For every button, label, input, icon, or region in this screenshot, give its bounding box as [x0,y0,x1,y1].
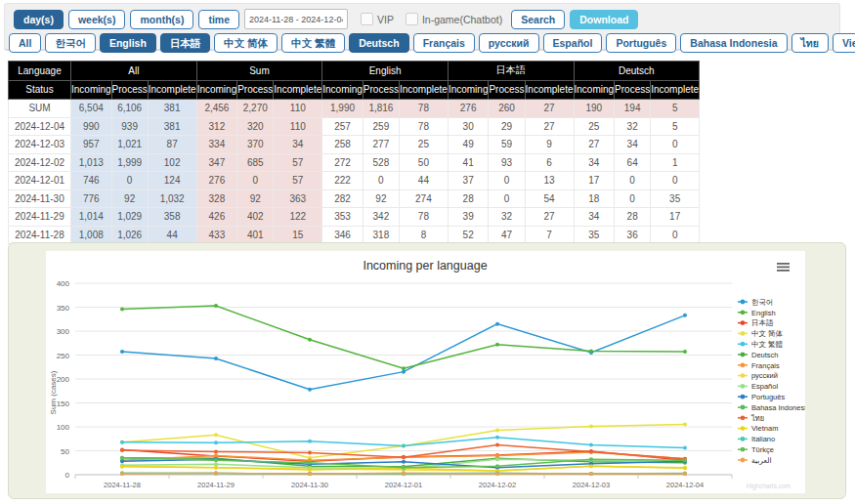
legend-item-中文 简体[interactable]: 中文 简体 [738,329,784,338]
series-point [495,453,499,457]
checkbox-group: VIPIn-game(Chatbot) [353,13,506,25]
series-point [214,441,218,444]
checkbox-ingamechatbot[interactable]: In-game(Chatbot) [406,13,502,25]
period-button-months[interactable]: month(s) [130,10,193,29]
series-point [308,461,312,465]
table-cell: 39 [448,208,489,227]
legend-item-Türkçe[interactable]: Türkçe [738,445,774,454]
language-filter-中文-简体[interactable]: 中文 简体 [214,33,278,53]
legend-item-日本語[interactable]: 日本語 [738,318,774,327]
y-axis-title: Sum (cases) [49,370,58,414]
chart-title: Incoming per language [363,259,487,273]
row-label: 2024-12-04 [9,117,71,136]
table-cell: 44 [399,172,448,190]
legend-label: 한국어 [751,298,774,307]
legend-item-Français[interactable]: Français [738,361,780,370]
table-cell: 274 [399,189,448,208]
checkbox-box[interactable] [361,13,373,25]
table-sub-header: Incoming [448,80,489,100]
language-filter-français[interactable]: Français [413,33,475,53]
date-range-input[interactable] [244,9,348,29]
legend-item-Bahasa Indonesia[interactable]: Bahasa Indonesia [738,403,805,412]
series-point [495,322,499,326]
language-filter-all[interactable]: All [9,33,41,53]
table-cell: 0 [363,172,399,190]
legend-label: Italiano [751,435,775,443]
language-filter-español[interactable]: Español [543,33,603,53]
language-filter-ไทย[interactable]: ไทย [791,33,829,53]
table-cell: 426 [196,208,237,227]
language-filter-vietnam[interactable]: Vietnam [833,33,855,53]
series-point [683,314,687,317]
checkbox-vip[interactable]: VIP [361,13,394,25]
table-cell: 358 [148,208,196,227]
language-filter-한국어[interactable]: 한국어 [45,33,96,53]
download-button[interactable]: Download [570,10,638,29]
table-cell: 30 [448,117,489,136]
table-cell: 190 [574,100,615,118]
y-axis-tick-label: 0 [65,471,70,480]
series-point [402,466,406,470]
period-button-weeks[interactable]: week(s) [68,10,126,29]
table-cell: 194 [615,100,651,118]
table-sub-header: Incomplete [148,80,196,100]
series-point [683,458,687,462]
series-point [589,472,593,476]
series-point [589,425,593,429]
legend-item-English[interactable]: English [738,309,776,317]
legend-item-ไทย[interactable]: ไทย [738,414,764,423]
search-button[interactable]: Search [511,10,565,29]
language-filter-english[interactable]: English [100,33,156,53]
table-cell: 0 [651,172,700,190]
table-sub-header: Incomplete [525,80,574,100]
table-cell: 59 [489,136,525,154]
table-cell: 34 [574,208,615,227]
table-row: 2024-11-291,0141,02935842640212235334278… [9,208,700,227]
legend-item-中文 繁體[interactable]: 中文 繁體 [738,340,784,349]
checkbox-label: VIP [377,14,394,25]
language-filter-bahasa-indonesia[interactable]: Bahasa Indonesia [680,33,787,53]
legend-item-العربية[interactable]: العربية [738,456,772,465]
language-filter-русский[interactable]: русский [479,33,539,53]
language-filter-中文-繁體[interactable]: 中文 繁體 [281,33,345,53]
period-button-time[interactable]: time [198,10,239,29]
series-point [214,472,218,476]
checkbox-box[interactable] [406,13,418,25]
table-cell: 746 [71,172,112,190]
language-filter-row: All한국어English日本語中文 简体中文 繁體DeutschFrançai… [5,29,839,53]
row-label: 2024-11-28 [9,226,71,244]
period-button-days[interactable]: day(s) [14,10,64,29]
legend-label: Deutsch [751,351,779,359]
series-point [120,465,124,469]
hamburger-icon[interactable] [777,263,790,272]
table-cell: 27 [574,136,615,154]
legend-item-Italiano[interactable]: Italiano [738,435,775,443]
table-cell: 25 [399,136,448,154]
table-cell: 0 [651,226,700,244]
table-cell: 93 [489,153,525,172]
legend-item-한국어[interactable]: 한국어 [738,298,774,307]
language-filter-日本語[interactable]: 日本語 [160,33,211,53]
table-cell: 381 [148,117,196,136]
row-label: 2024-12-01 [9,172,71,190]
legend-item-русский[interactable]: русский [738,371,778,380]
legend-item-Deutsch[interactable]: Deutsch [738,351,779,359]
table-cell: 32 [615,117,651,136]
stats-table: LanguageAllSumEnglish日本語DeutschStatusInc… [8,61,700,244]
table-cell: 92 [111,189,148,208]
legend-item-Español[interactable]: Español [738,382,778,391]
language-filter-português[interactable]: Português [606,33,676,53]
table-cell: 78 [399,208,448,227]
row-label: 2024-12-03 [9,136,71,154]
language-filter-deutsch[interactable]: Deutsch [349,33,408,53]
x-axis-tick-label: 2024-12-02 [479,481,516,489]
series-point [120,441,124,444]
table-cell: 0 [489,189,525,208]
legend-item-Vietnam[interactable]: Vietnam [738,424,778,433]
legend-marker [741,447,746,452]
y-axis-tick-label: 100 [57,423,70,432]
table-group-header: Sum [196,62,322,81]
table-cell: 124 [148,172,196,190]
table-row: 2024-11-30776921,03232892363282922742805… [9,189,700,208]
legend-item-Português[interactable]: Português [738,393,785,401]
